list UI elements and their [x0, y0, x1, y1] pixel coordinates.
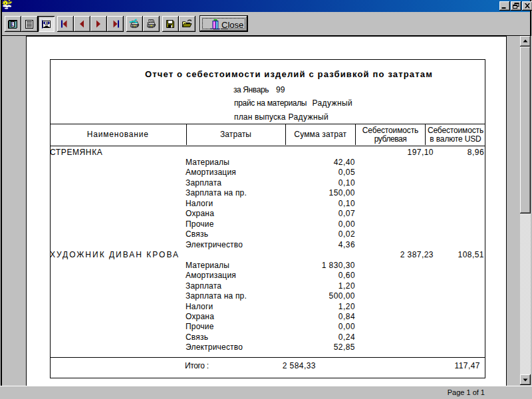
report-row-product: ХУДОЖНИК ДИВАН КРОВА2 387,23108,51	[27, 250, 507, 260]
column-header-label: Наименование	[50, 124, 186, 145]
cost-item-value: 52,85	[279, 342, 355, 352]
restore-button[interactable]	[511, 1, 521, 11]
open-folder-icon	[182, 19, 192, 29]
preview-area: Отчет о себестоимости изделий с разбивко…	[1, 35, 531, 386]
report-row-detail: Электричество4,36	[27, 240, 507, 250]
report-row-detail: Охрана0,84	[27, 312, 507, 322]
cost-item-value: 0,07	[279, 209, 355, 219]
report-period-value: 99	[276, 85, 285, 94]
column-header-costs: Затраты	[186, 124, 285, 145]
status-bar: Page 1 of 1	[0, 386, 532, 399]
floppy-icon	[165, 19, 176, 29]
first-page-button[interactable]	[57, 16, 74, 32]
cost-item-label: Связь	[186, 229, 208, 239]
cost-item-label: Материалы	[186, 158, 229, 168]
print-button[interactable]	[143, 16, 160, 32]
report-title: Отчет о себестоимости изделий с разбивко…	[72, 70, 506, 79]
scroll-down-button[interactable]	[520, 374, 531, 385]
column-header-label: Затраты	[187, 124, 285, 145]
column-header-name: Наименование	[50, 124, 186, 145]
cost-item-value: 1,20	[279, 281, 355, 291]
report-period-label: за Январь	[233, 85, 269, 94]
total-sum-value: 2 584,33	[239, 361, 316, 371]
zoom-fit-button[interactable]	[5, 16, 21, 32]
product-cost-usd: 108,51	[399, 250, 484, 260]
report-row-detail: Прочие0,00	[27, 322, 507, 332]
report-plan-label: план выпуска	[234, 112, 286, 122]
close-preview-button[interactable]: Close	[200, 15, 248, 32]
printer-setup-icon	[129, 19, 140, 29]
cost-item-value: 0,60	[279, 271, 355, 281]
last-page-button[interactable]	[107, 16, 124, 32]
report-row-detail: Налоги0,10	[27, 199, 507, 209]
report-row-detail: Связь0,02	[27, 229, 507, 239]
report-row-detail: Связь0,24	[27, 332, 507, 342]
cost-item-value: 0,00	[279, 322, 355, 332]
minimize-button[interactable]	[499, 1, 510, 11]
cost-item-label: Прочие	[186, 219, 214, 229]
cost-item-value: 0,84	[279, 312, 355, 322]
cost-item-label: Амортизация	[186, 271, 236, 281]
save-button[interactable]	[162, 16, 179, 32]
scrollbar-thumb[interactable]	[520, 47, 531, 213]
titlebar	[2, 0, 530, 12]
column-header-sum: Сумма затрат	[285, 124, 356, 145]
scroll-up-button[interactable]	[520, 36, 531, 47]
report-row-detail: Зарплата на пр.150,00	[27, 188, 507, 198]
print-preview-window: Close Отчет о себестоимости изделий с ра…	[0, 0, 532, 399]
cost-item-value: 0,05	[279, 168, 355, 178]
report-pricelist-label: прайс на материалы	[234, 98, 307, 108]
vertical-scrollbar[interactable]	[520, 36, 531, 385]
cost-item-value: 42,40	[279, 158, 355, 168]
cost-item-value: 0,24	[279, 332, 355, 342]
open-button[interactable]	[179, 16, 196, 32]
column-header-cost-rub: Себестоимостьрублевая	[355, 124, 425, 145]
restore-icon	[511, 2, 521, 10]
zoom-width-button[interactable]	[38, 16, 55, 32]
column-header-label-line2: в валюте USD	[426, 135, 485, 144]
prev-page-button[interactable]	[74, 16, 90, 32]
cost-item-value: 0,02	[279, 229, 355, 239]
report-pricelist-value: Радужный	[313, 98, 353, 108]
report-row-detail: Прочие0,00	[27, 219, 507, 229]
report-page: Отчет о себестоимости изделий с разбивко…	[26, 36, 507, 386]
cost-item-value: 0,00	[279, 219, 355, 229]
exit-door-icon	[210, 19, 219, 31]
zoom-100-button[interactable]	[21, 16, 38, 32]
close-window-button[interactable]	[522, 1, 532, 11]
report-row-detail: Зарплата на пр.500,00	[27, 291, 507, 301]
total-row: Итого : 2 584,33 117,47	[27, 361, 507, 371]
cost-item-value: 0,10	[279, 199, 355, 209]
cost-item-label: Зарплата на пр.	[186, 188, 247, 198]
next-page-button[interactable]	[90, 16, 107, 32]
column-header-label-line1: Себестоимость	[356, 126, 425, 136]
close-window-icon	[523, 2, 532, 10]
scroll-down-icon	[520, 374, 531, 385]
total-usd-value: 117,47	[399, 361, 480, 371]
printer-setup-button[interactable]	[126, 16, 143, 32]
total-label: Итого :	[185, 361, 209, 371]
cost-item-value: 1 830,30	[279, 261, 355, 271]
next-page-icon	[93, 19, 104, 29]
report-row-detail: Электричество52,85	[27, 342, 507, 352]
column-header-label-line1: Себестоимость	[426, 126, 485, 136]
cost-item-label: Зарплата	[186, 178, 221, 188]
cost-item-label: Охрана	[186, 209, 214, 219]
report-row-detail: Материалы42,40	[27, 158, 507, 168]
cost-item-label: Охрана	[186, 312, 214, 322]
product-name: ХУДОЖНИК ДИВАН КРОВА	[50, 250, 180, 260]
cost-item-label: Электричество	[186, 240, 243, 250]
cost-item-label: Зарплата на пр.	[186, 291, 247, 301]
cost-item-value: 1,20	[279, 302, 355, 312]
first-page-icon	[60, 19, 70, 29]
cost-item-value: 4,36	[279, 240, 355, 250]
prev-page-icon	[76, 19, 87, 29]
report-row-detail: Охрана0,07	[27, 209, 507, 219]
product-cost-usd: 8,96	[399, 148, 484, 158]
column-header-label-line2: рублевая	[356, 135, 425, 144]
report-row-product: СТРЕМЯНКА197,108,96	[27, 148, 507, 158]
summary-separator-line	[50, 357, 485, 358]
cost-item-label: Связь	[186, 332, 208, 342]
last-page-icon	[110, 19, 120, 29]
cost-item-value: 0,10	[279, 178, 355, 188]
